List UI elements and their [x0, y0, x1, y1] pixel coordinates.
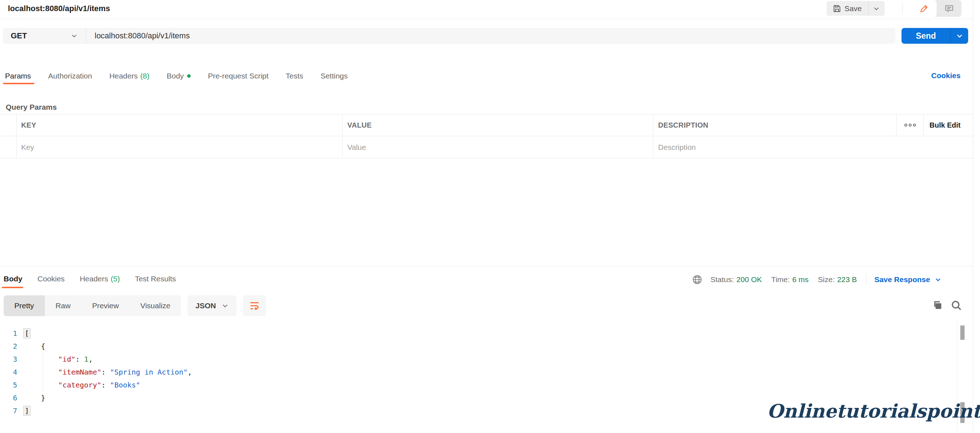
response-active-tab-underline	[2, 287, 23, 288]
comment-button[interactable]	[937, 0, 961, 17]
tab-params-label: Params	[5, 72, 31, 80]
response-tab-headers[interactable]: Headers (5)	[80, 275, 120, 283]
row-handle-column	[0, 115, 16, 136]
code-line: 2 {	[0, 340, 953, 353]
response-tab-test-results-label: Test Results	[135, 275, 176, 283]
line-number: 6	[0, 392, 17, 404]
time-value: 6 ms	[792, 275, 809, 284]
query-params-entry-row	[0, 136, 974, 158]
view-raw-button[interactable]: Raw	[45, 295, 81, 316]
comment-icon	[945, 4, 954, 13]
send-button[interactable]: Send	[902, 28, 950, 44]
tab-authorization[interactable]: Authorization	[48, 72, 92, 80]
watermark: Onlinetutorialspoint	[767, 400, 939, 422]
indent-guide	[43, 353, 43, 392]
column-header-description: DESCRIPTION	[653, 115, 896, 136]
send-button-group: Send	[902, 28, 968, 44]
line-number: 5	[0, 379, 17, 392]
time-label: Time:	[772, 275, 790, 284]
line-number: 2	[0, 340, 17, 353]
code-line: 5 "category": "Books"	[0, 379, 953, 392]
wrap-text-button[interactable]	[243, 295, 266, 316]
code-scrollbar-thumb[interactable]	[960, 325, 964, 340]
query-params-header-row: KEY VALUE DESCRIPTION Bulk Edit	[0, 114, 974, 136]
size-value: 223 B	[837, 275, 857, 284]
line-number: 1	[0, 327, 17, 340]
response-view-toolbar: Pretty Raw Preview Visualize JSON	[3, 295, 266, 316]
tab-headers[interactable]: Headers (8)	[109, 72, 150, 80]
json-number: 1	[84, 355, 89, 363]
response-meta-bar: Status: 200 OK Time: 6 ms Size: 223 B Sa…	[692, 274, 942, 285]
param-value-input[interactable]	[343, 143, 653, 151]
method-label: GET	[11, 31, 27, 40]
request-url-box: GET localhost:8080/api/v1/items	[3, 28, 896, 44]
param-key-input[interactable]	[16, 143, 342, 151]
api-client-window: localhost:8080/api/v1/items Save	[0, 0, 980, 433]
chevron-down-icon	[956, 32, 964, 40]
response-tab-cookies-label: Cookies	[38, 275, 65, 283]
status-label: Status:	[710, 275, 734, 284]
save-options-button[interactable]	[868, 1, 885, 16]
tab-settings[interactable]: Settings	[320, 72, 348, 80]
column-header-value: VALUE	[342, 115, 653, 136]
response-tab-cookies[interactable]: Cookies	[38, 275, 65, 283]
tab-pre-request-label: Pre-request Script	[208, 72, 269, 80]
url-input[interactable]: localhost:8080/api/v1/items	[86, 28, 896, 44]
save-button-label: Save	[845, 4, 862, 13]
response-tab-test-results[interactable]: Test Results	[135, 275, 176, 283]
view-visualize-button[interactable]: Visualize	[130, 295, 181, 316]
line-number: 3	[0, 353, 17, 366]
json-key: "category"	[58, 380, 101, 389]
tab-body-label: Body	[167, 72, 184, 80]
wrap-text-icon	[249, 300, 260, 311]
cookies-link[interactable]: Cookies	[931, 71, 961, 80]
json-string: "Spring in Action"	[110, 368, 188, 376]
tab-authorization-label: Authorization	[48, 72, 92, 80]
edit-button[interactable]	[912, 0, 937, 17]
active-tab-underline	[3, 83, 34, 84]
bulk-edit-button[interactable]: Bulk Edit	[923, 115, 974, 136]
response-tab-body-label: Body	[3, 275, 22, 283]
open-bracket: [	[24, 329, 30, 338]
close-bracket: ]	[24, 406, 30, 415]
params-more-actions-button[interactable]	[896, 115, 923, 136]
search-button[interactable]	[951, 300, 962, 311]
tab-pre-request-script[interactable]: Pre-request Script	[208, 72, 269, 80]
globe-icon	[692, 274, 703, 285]
param-description-input[interactable]	[654, 143, 974, 151]
method-select[interactable]: GET	[3, 28, 86, 44]
request-tabs: Params Authorization Headers (8) Body Pr…	[5, 72, 348, 80]
column-header-key: KEY	[16, 115, 342, 136]
chevron-down-icon	[221, 302, 229, 309]
chevron-down-icon	[873, 5, 880, 12]
pencil-icon	[920, 4, 928, 13]
tab-tests[interactable]: Tests	[286, 72, 303, 80]
save-icon	[833, 5, 841, 13]
code-line: 4 "itemName": "Spring in Action",	[0, 366, 953, 379]
save-response-label: Save Response	[874, 275, 930, 284]
response-body-tools	[932, 300, 962, 311]
send-options-button[interactable]	[950, 28, 968, 44]
row-handle-cell	[0, 136, 16, 158]
json-key: "itemName"	[58, 368, 101, 376]
response-section-divider	[0, 266, 973, 266]
search-icon	[951, 300, 962, 311]
json-key: "id"	[58, 355, 75, 363]
code-line: 1 [	[0, 327, 953, 340]
save-button[interactable]: Save	[827, 1, 868, 16]
view-preview-button[interactable]: Preview	[81, 295, 130, 316]
tab-params[interactable]: Params	[5, 72, 31, 80]
view-pretty-button[interactable]: Pretty	[3, 295, 45, 316]
response-tab-body[interactable]: Body	[3, 275, 22, 283]
request-tab-title: localhost:8080/api/v1/items	[8, 4, 110, 13]
query-params-table: KEY VALUE DESCRIPTION Bulk Edit	[0, 114, 974, 158]
size-label: Size:	[818, 275, 835, 284]
save-button-group: Save	[827, 1, 885, 16]
query-params-title: Query Params	[6, 103, 57, 111]
save-response-button[interactable]: Save Response	[874, 275, 941, 284]
tab-body[interactable]: Body	[167, 72, 191, 80]
format-select[interactable]: JSON	[188, 295, 237, 316]
copy-button[interactable]	[932, 300, 943, 311]
titlebar-bottom-border	[0, 19, 973, 19]
response-tabs: Body Cookies Headers (5) Test Results	[3, 275, 176, 283]
